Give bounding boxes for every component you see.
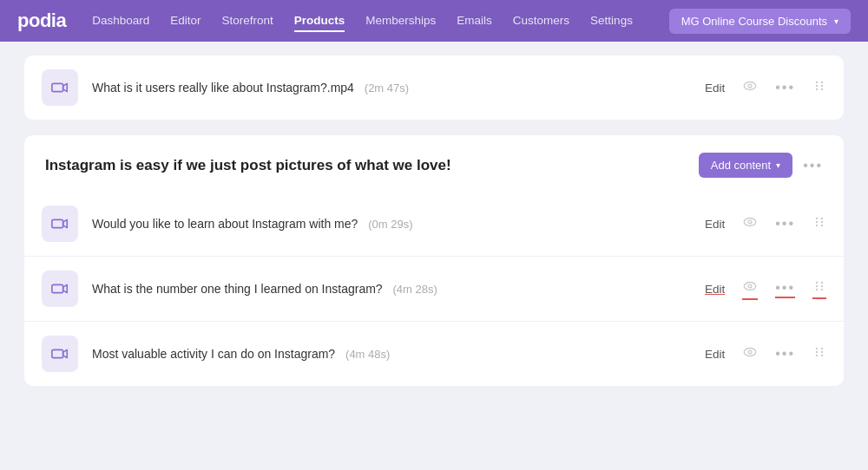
svg-point-10: [744, 219, 756, 226]
svg-point-23: [816, 288, 818, 290]
row-actions: Edit •••: [705, 344, 826, 363]
svg-point-19: [744, 282, 756, 290]
svg-rect-27: [52, 349, 63, 357]
svg-point-5: [816, 88, 818, 90]
svg-point-16: [821, 221, 823, 223]
content-duration: (2m 47s): [365, 82, 409, 95]
logo: podia: [17, 10, 66, 32]
svg-point-21: [816, 281, 818, 283]
content-title: What is the number one thing I learned o…: [92, 282, 687, 296]
content-row: Would you like to learn about Instagram …: [24, 192, 844, 257]
svg-point-6: [821, 82, 823, 83]
nav-link-settings[interactable]: Settings: [590, 10, 633, 32]
svg-point-29: [748, 350, 752, 354]
drag-handle-icon[interactable]: [812, 345, 826, 362]
content-title: Most valuable activity I can do on Insta…: [92, 347, 687, 361]
nav-links: Dashboard Editor Storefront Products Mem…: [92, 10, 668, 32]
svg-point-11: [748, 220, 752, 224]
section-card: Instagram is easy if we just post pictur…: [24, 135, 844, 386]
content-row: Most valuable activity I can do on Insta…: [24, 322, 844, 386]
svg-rect-18: [52, 284, 63, 292]
add-content-button[interactable]: Add content ▾: [699, 153, 792, 178]
edit-button[interactable]: Edit: [705, 283, 725, 296]
svg-point-14: [816, 225, 818, 226]
row-actions: Edit •••: [705, 78, 826, 97]
svg-point-25: [821, 284, 823, 286]
svg-point-2: [748, 84, 752, 88]
row-actions: Edit •••: [705, 278, 826, 300]
content-row-highlighted: What is the number one thing I learned o…: [24, 257, 844, 322]
svg-point-28: [744, 349, 756, 356]
drag-handle-icon[interactable]: [812, 79, 826, 96]
svg-rect-0: [52, 83, 63, 91]
video-camera-icon: [50, 214, 69, 233]
svg-point-20: [748, 284, 752, 288]
top-section-card: What is it users really like about Insta…: [24, 55, 844, 120]
svg-point-4: [816, 85, 818, 87]
svg-point-12: [816, 218, 818, 219]
add-content-caret-icon: ▾: [776, 160, 780, 170]
visibility-icon[interactable]: [742, 278, 758, 300]
svg-point-35: [821, 355, 823, 356]
content-duration: (4m 28s): [393, 283, 437, 296]
video-icon-wrap: [42, 206, 78, 242]
svg-point-15: [821, 218, 823, 219]
nav-link-memberships[interactable]: Memberships: [365, 10, 436, 32]
more-options-button[interactable]: •••: [775, 280, 795, 298]
svg-point-8: [821, 88, 823, 90]
drag-handle-icon[interactable]: [812, 215, 826, 232]
svg-point-33: [821, 348, 823, 349]
svg-point-1: [744, 82, 756, 90]
svg-point-13: [816, 221, 818, 223]
visibility-icon[interactable]: [742, 214, 758, 233]
svg-point-32: [816, 355, 818, 356]
svg-point-3: [816, 82, 818, 83]
more-options-button[interactable]: •••: [775, 80, 795, 95]
video-icon-wrap: [42, 271, 78, 307]
nav-link-emails[interactable]: Emails: [457, 10, 492, 32]
svg-point-26: [821, 288, 823, 290]
drag-handle-icon[interactable]: [812, 279, 826, 299]
video-camera-icon: [50, 78, 69, 97]
video-camera-icon: [50, 279, 69, 298]
row-actions: Edit •••: [705, 214, 826, 233]
svg-point-17: [821, 225, 823, 226]
content-duration: (4m 48s): [345, 348, 390, 361]
svg-point-34: [821, 351, 823, 353]
nav-link-dashboard[interactable]: Dashboard: [92, 10, 149, 32]
nav-link-customers[interactable]: Customers: [513, 10, 569, 32]
edit-button[interactable]: Edit: [705, 82, 725, 95]
caret-icon: ▾: [834, 16, 838, 26]
svg-point-30: [816, 348, 818, 349]
content-duration: (0m 29s): [368, 218, 412, 231]
section-header-actions: Add content ▾ •••: [699, 153, 823, 178]
nav-link-storefront[interactable]: Storefront: [222, 10, 273, 32]
content-row: What is it users really like about Insta…: [24, 55, 844, 120]
video-icon-wrap: [42, 336, 78, 372]
edit-button[interactable]: Edit: [705, 218, 725, 231]
section-header: Instagram is easy if we just post pictur…: [24, 135, 844, 192]
svg-point-31: [816, 351, 818, 353]
content-title: What is it users really like about Insta…: [92, 81, 687, 95]
more-options-button[interactable]: •••: [775, 346, 795, 362]
content-title: Would you like to learn about Instagram …: [92, 217, 687, 231]
main-content: What is it users really like about Insta…: [0, 42, 868, 470]
section-more-options-button[interactable]: •••: [803, 158, 823, 173]
more-options-button[interactable]: •••: [775, 216, 795, 232]
nav-link-products[interactable]: Products: [294, 10, 345, 32]
visibility-icon[interactable]: [742, 78, 758, 97]
svg-point-24: [821, 281, 823, 283]
svg-point-7: [821, 85, 823, 87]
nav-link-editor[interactable]: Editor: [170, 10, 201, 32]
visibility-icon[interactable]: [742, 344, 758, 363]
svg-rect-9: [52, 219, 63, 227]
account-menu-button[interactable]: MG Online Course Discounts ▾: [669, 9, 851, 34]
svg-point-22: [816, 284, 818, 286]
navigation: podia Dashboard Editor Storefront Produc…: [0, 0, 868, 42]
section-title: Instagram is easy if we just post pictur…: [45, 157, 451, 174]
video-icon-wrap: [42, 69, 78, 106]
edit-button[interactable]: Edit: [705, 348, 725, 361]
video-camera-icon: [50, 344, 69, 363]
